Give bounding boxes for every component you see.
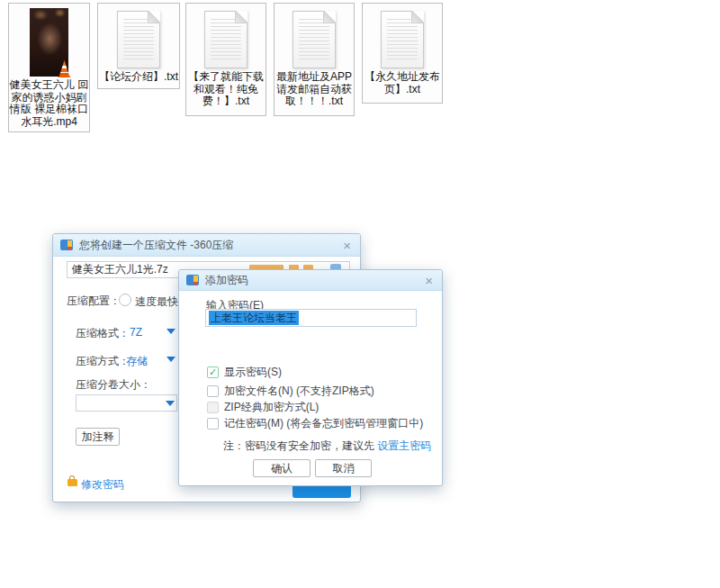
compress-dialog-titlebar: 您将创建一个压缩文件 -360压缩 × (53, 234, 360, 257)
file-name-line: 【论坛介绍】.txt (99, 71, 178, 84)
close-icon[interactable]: × (341, 239, 353, 252)
checkbox-row-show-password[interactable]: ✓ 显示密码(S) (207, 365, 282, 380)
file-name-txt-2: 【来了就能下载 和观看！纯免 费！】.txt (188, 71, 264, 108)
format-label: 压缩格式： (76, 326, 130, 341)
file-name-line: 请发邮箱自动获 (276, 84, 352, 96)
speed-fastest-radio[interactable] (119, 294, 131, 306)
speed-fastest-label[interactable]: 速度最快 (135, 294, 178, 310)
method-value[interactable]: 存储 (126, 354, 148, 369)
checkbox-row-encrypt-filename[interactable]: 加密文件名(N) (不支持ZIP格式) (207, 384, 374, 399)
volume-size-label: 压缩分卷大小： (76, 377, 151, 393)
file-name-line: 家的诱惑小妈剧 (10, 92, 88, 104)
close-icon[interactable]: × (423, 274, 435, 287)
set-master-password-link[interactable]: 设置主密码 (377, 439, 431, 452)
checkbox-row-zip-classic: ZIP经典加密方式(L) (207, 400, 319, 415)
file-tile-txt-1[interactable]: 【论坛介绍】.txt (97, 3, 180, 89)
confirm-button[interactable]: 确认 (253, 459, 310, 477)
file-name-txt-1: 【论坛介绍】.txt (99, 71, 178, 84)
note-text: 注：密码没有安全加密，建议先 (223, 439, 377, 452)
360zip-app-icon (60, 240, 73, 250)
change-password-link[interactable]: 修改密码 (81, 477, 124, 493)
text-file-icon (381, 11, 424, 68)
file-name-line: 最新地址及APP (276, 71, 352, 84)
zip-classic-label: ZIP经典加密方式(L) (224, 400, 319, 415)
zip-classic-checkbox (207, 402, 219, 413)
hidden-primary-button-sliver[interactable] (292, 485, 351, 498)
file-name-txt-4: 【永久地址发布 页】.txt (364, 71, 440, 95)
file-name-line: 和观看！纯免 (188, 84, 264, 96)
file-name-line: 情版 裸足棉袜口 (10, 104, 88, 116)
vlc-cone-icon (58, 60, 71, 77)
show-password-checkbox[interactable]: ✓ (207, 366, 219, 378)
text-file-icon (292, 11, 336, 68)
add-password-dialog: 添加密码 × 输入密码(E) 上老王论坛当老王 ✓ 显示密码(S) 加密文件名(… (178, 269, 443, 486)
file-name-line: 费！】.txt (188, 95, 264, 108)
compress-dialog-title: 您将创建一个压缩文件 -360压缩 (79, 238, 233, 253)
volume-dropdown-icon[interactable] (166, 401, 175, 406)
lock-icon (68, 479, 77, 486)
video-thumbnail (30, 8, 68, 77)
add-password-title: 添加密码 (205, 273, 248, 288)
add-password-titlebar: 添加密码 × (179, 270, 442, 291)
file-tile-txt-3[interactable]: 最新地址及APP 请发邮箱自动获 取！！！.txt (274, 3, 355, 116)
file-name-line: 【永久地址发布 (364, 71, 440, 84)
selected-password-text: 上老王论坛当老王 (209, 311, 299, 325)
remember-password-label: 记住密码(M) (将会备忘到密码管理窗口中) (224, 416, 423, 431)
file-tile-txt-2[interactable]: 【来了就能下载 和观看！纯免 费！】.txt (185, 3, 266, 116)
file-name-video: 健美女王六儿 回 家的诱惑小妈剧 情版 裸足棉袜口 水耳光.mp4 (10, 79, 88, 128)
format-value[interactable]: 7Z (130, 326, 142, 339)
file-tile-video[interactable]: 健美女王六儿 回 家的诱惑小妈剧 情版 裸足棉袜口 水耳光.mp4 (8, 3, 90, 132)
method-dropdown-icon[interactable] (166, 357, 176, 362)
file-name-line: 【来了就能下载 (188, 71, 264, 84)
volume-size-dropdown[interactable] (76, 394, 177, 412)
password-note: 注：密码没有安全加密，建议先 设置主密码 (223, 439, 431, 454)
cancel-button[interactable]: 取消 (315, 459, 372, 477)
method-label: 压缩方式： (76, 354, 130, 369)
config-label: 压缩配置： (67, 294, 121, 309)
encrypt-filename-checkbox[interactable] (207, 385, 219, 397)
360zip-app-icon (186, 275, 199, 285)
file-name-line: 水耳光.mp4 (10, 116, 88, 129)
text-file-icon (204, 11, 248, 68)
file-tile-txt-4[interactable]: 【永久地址发布 页】.txt (362, 3, 443, 104)
password-input[interactable]: 上老王论坛当老王 (205, 309, 417, 327)
check-icon: ✓ (209, 367, 217, 377)
file-name-txt-3: 最新地址及APP 请发邮箱自动获 取！！！.txt (276, 71, 352, 108)
text-file-icon (117, 11, 160, 68)
file-name-line: 取！！！.txt (276, 95, 352, 108)
encrypt-filename-label: 加密文件名(N) (不支持ZIP格式) (224, 384, 374, 399)
remember-password-checkbox[interactable] (207, 418, 219, 430)
format-dropdown-icon[interactable] (166, 329, 176, 334)
file-name-line: 健美女王六儿 回 (10, 79, 88, 92)
file-name-line: 页】.txt (364, 84, 440, 96)
show-password-label: 显示密码(S) (224, 365, 282, 380)
checkbox-row-remember-password[interactable]: 记住密码(M) (将会备忘到密码管理窗口中) (207, 416, 423, 431)
add-comment-button[interactable]: 加注释 (76, 428, 120, 446)
